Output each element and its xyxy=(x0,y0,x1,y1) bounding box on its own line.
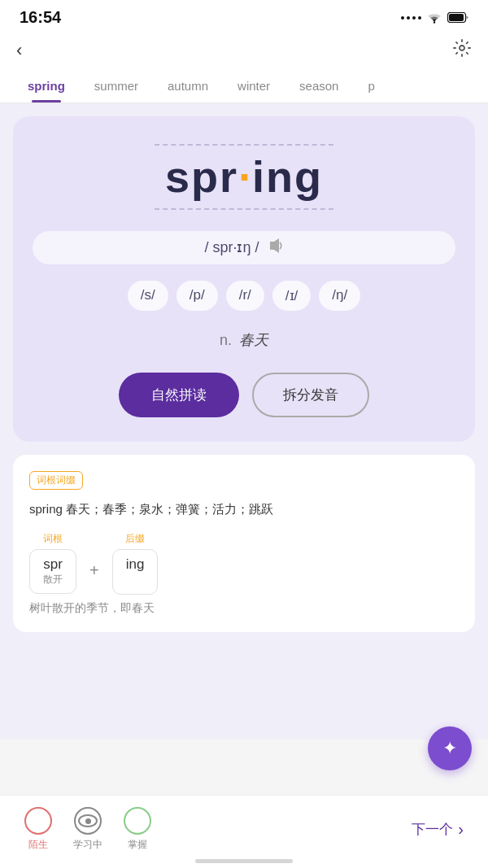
split-pronunciation-button[interactable]: 拆分发音 xyxy=(252,373,369,417)
svg-rect-2 xyxy=(449,14,464,21)
phoneme-row: /s/ /p/ /r/ /ɪ/ /ŋ/ xyxy=(33,281,455,311)
mastered-circle xyxy=(124,807,151,835)
sparkle-icon: ✦ xyxy=(442,738,457,759)
natural-reading-button[interactable]: 自然拼读 xyxy=(119,373,239,417)
tab-summer[interactable]: summer xyxy=(80,71,153,103)
status-time: 16:54 xyxy=(20,8,61,27)
suffix-text: ing xyxy=(126,556,145,573)
tab-more[interactable]: p xyxy=(353,71,389,103)
learning-label: 学习中 xyxy=(73,838,102,852)
word-display-area: spr·ing xyxy=(33,139,455,215)
status-icons xyxy=(401,12,468,24)
root-part: spr 散开 xyxy=(29,549,76,594)
part-of-speech: n. xyxy=(220,332,232,348)
phoneme-ng[interactable]: /ŋ/ xyxy=(319,281,360,311)
root-meaning: 散开 xyxy=(43,573,63,587)
action-buttons: 自然拼读 拆分发音 xyxy=(33,373,455,417)
battery-icon xyxy=(447,12,468,23)
status-items: 陌生 学习中 掌握 xyxy=(24,807,151,852)
vocab-section: 词根词缀 spring 春天；春季；泉水；弹簧；活力；跳跃 词根 spr 散开 … xyxy=(13,455,475,632)
phoneme-r[interactable]: /r/ xyxy=(226,281,264,311)
word-definition: n. 春天 xyxy=(33,330,455,350)
phonetic-container: / spr·ɪŋ / xyxy=(33,231,455,264)
bottom-bar: 陌生 学习中 掌握 下一个 › xyxy=(0,795,488,868)
word-title: spr·ing xyxy=(165,150,323,203)
next-button[interactable]: 下一个 › xyxy=(412,820,464,839)
vocab-full-definition: spring 春天；春季；泉水；弹簧；活力；跳跃 xyxy=(29,499,459,519)
dot-accent: · xyxy=(238,152,252,201)
next-arrow-icon: › xyxy=(458,820,464,839)
dashed-line-bottom xyxy=(155,208,333,210)
suffix-label: 后缀 xyxy=(125,532,145,546)
phonetic-text: / spr·ɪŋ / xyxy=(204,238,259,256)
dashed-line-top xyxy=(155,144,333,146)
tab-spring[interactable]: spring xyxy=(13,71,80,103)
signal-icon xyxy=(401,16,421,20)
tab-winter[interactable]: winter xyxy=(223,71,285,103)
status-mastered[interactable]: 掌握 xyxy=(124,807,151,852)
home-indicator xyxy=(195,859,293,863)
vocab-tag: 词根词缀 xyxy=(29,471,83,490)
settings-button[interactable] xyxy=(452,38,472,63)
wifi-icon xyxy=(426,12,442,24)
root-text: spr xyxy=(43,556,63,573)
next-label: 下一个 xyxy=(412,820,453,839)
mastered-label: 掌握 xyxy=(128,838,147,852)
eye-icon xyxy=(78,814,98,827)
main-content: spr·ing / spr·ɪŋ / /s/ /p/ /r/ /ɪ/ /ŋ/ n… xyxy=(0,103,488,739)
suffix-part: ing xyxy=(112,549,159,595)
vocab-etymology: 树叶散开的季节，即春天 xyxy=(29,601,459,616)
svg-marker-4 xyxy=(270,238,279,253)
tab-season[interactable]: season xyxy=(285,71,353,103)
tab-autumn[interactable]: autumn xyxy=(153,71,223,103)
unfamiliar-circle xyxy=(24,807,52,835)
ai-fab-button[interactable]: ✦ xyxy=(428,726,472,770)
status-learning[interactable]: 学习中 xyxy=(73,807,102,852)
phoneme-s[interactable]: /s/ xyxy=(128,281,168,311)
status-bar: 16:54 xyxy=(0,0,488,32)
unfamiliar-label: 陌生 xyxy=(28,838,48,852)
sound-icon[interactable] xyxy=(268,238,284,258)
plus-divider: + xyxy=(89,532,99,595)
svg-point-0 xyxy=(434,21,435,23)
phoneme-p[interactable]: /p/ xyxy=(176,281,218,311)
svg-point-3 xyxy=(460,46,464,50)
learning-circle xyxy=(74,807,102,835)
phoneme-i[interactable]: /ɪ/ xyxy=(272,281,311,311)
top-nav: ‹ xyxy=(0,32,488,71)
back-button[interactable]: ‹ xyxy=(16,41,22,59)
status-unfamiliar[interactable]: 陌生 xyxy=(24,807,52,852)
tab-bar: spring summer autumn winter season p xyxy=(0,71,488,103)
word-card: spr·ing / spr·ɪŋ / /s/ /p/ /r/ /ɪ/ /ŋ/ n… xyxy=(13,116,475,442)
root-label: 词根 xyxy=(43,532,63,546)
